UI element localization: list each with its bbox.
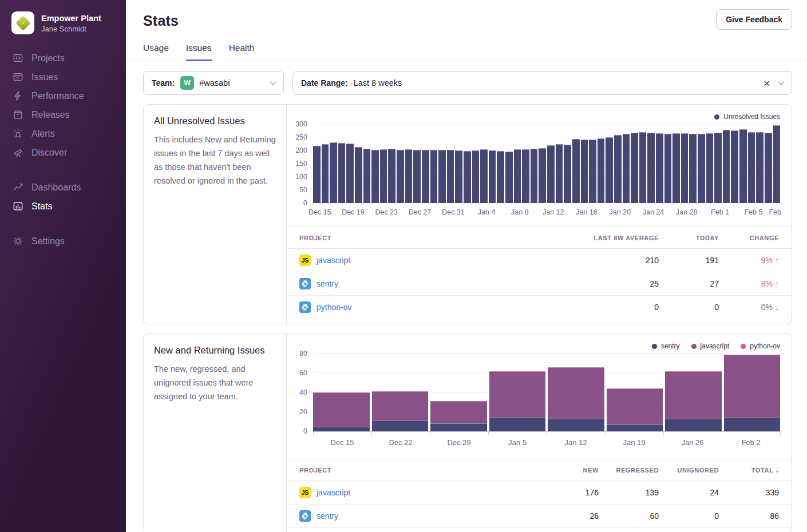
project-link[interactable]: sentry <box>317 279 338 288</box>
change-value: 0% <box>761 303 773 312</box>
legend-dot-icon <box>741 344 746 349</box>
x-tick-label: Jan 19 <box>605 438 663 451</box>
sidebar-item-releases[interactable]: Releases <box>0 106 126 124</box>
sidebar-item-issues[interactable]: Issues <box>0 68 126 86</box>
y-tick-label: 300 <box>295 120 307 128</box>
chart-bar <box>480 149 488 203</box>
dashboards-icon <box>13 182 23 193</box>
avg-value: 25 <box>561 279 659 288</box>
x-tick-label: Dec 15 <box>313 438 371 451</box>
chart-bar <box>472 150 480 203</box>
x-tick-label: Dec 15 <box>308 208 331 216</box>
column-header-unignored[interactable]: Unignored <box>659 467 719 474</box>
chart-bar <box>647 133 655 203</box>
bar-segment-sentry <box>548 419 604 431</box>
chevron-down-icon[interactable] <box>778 78 784 85</box>
chart-bar <box>639 132 647 203</box>
sidebar-item-performance[interactable]: Performance <box>0 87 126 105</box>
x-tick-label: Feb 5 <box>744 208 762 216</box>
change-value: 9% <box>761 256 773 265</box>
panel-title: All Unresolved Issues <box>154 116 276 126</box>
x-tick-label: Jan 4 <box>478 208 496 216</box>
give-feedback-button[interactable]: Give Feedback <box>716 9 792 30</box>
team-label: Team: <box>152 78 175 88</box>
nav-divider <box>0 216 126 231</box>
project-link[interactable]: javascript <box>317 256 350 265</box>
settings-icon <box>13 236 23 247</box>
y-tick-label: 20 <box>299 408 307 416</box>
x-tick-label: Feb 1 <box>711 208 729 216</box>
sidebar-item-label: Discover <box>31 148 67 158</box>
chart-bar <box>739 129 747 203</box>
x-tick-label: Jan 26 <box>663 438 722 451</box>
sidebar-item-discover[interactable]: Discover <box>0 144 126 161</box>
chart-bar <box>405 149 413 203</box>
sidebar-item-dashboards[interactable]: Dashboards <box>0 178 126 196</box>
sort-descending-icon: ↓ <box>775 466 779 474</box>
bar-segment-sentry <box>607 424 663 431</box>
stacked-bar <box>372 354 429 431</box>
chart-bar <box>438 150 446 203</box>
clear-icon[interactable]: × <box>764 78 770 89</box>
total-value: 86 <box>719 511 779 521</box>
column-header-average[interactable]: Last 8W Average <box>561 235 659 241</box>
team-select[interactable]: Team: W #wasabi <box>143 71 284 95</box>
project-link[interactable]: python-ov <box>317 303 351 312</box>
date-range-select[interactable]: Date Range: Last 8 weeks × <box>292 71 792 95</box>
x-tick-label: Dec 23 <box>375 208 398 216</box>
panel-description: The new, regressed, and unignored issues… <box>154 362 276 403</box>
chart-bar <box>598 138 605 203</box>
chart-bar <box>363 149 371 203</box>
chart-bar <box>581 140 588 203</box>
x-tick-label: Jan 12 <box>543 208 564 216</box>
column-header-change[interactable]: Change <box>719 235 779 241</box>
column-header-project: Project <box>299 467 539 474</box>
table-row: python-ov 0 0 0%↓ <box>287 296 792 319</box>
performance-icon <box>13 90 23 101</box>
chart-bar <box>765 133 772 203</box>
chart-legend: sentry javascript python-ov <box>287 338 780 354</box>
chart-bar <box>689 134 697 203</box>
column-header-new[interactable]: New <box>539 467 599 474</box>
tab-health[interactable]: Health <box>229 43 255 61</box>
tab-issues[interactable]: Issues <box>186 43 212 61</box>
project-link[interactable]: javascript <box>317 488 350 497</box>
sidebar-item-settings[interactable]: Settings <box>0 232 126 250</box>
nav-divider <box>0 162 126 177</box>
chart-bar <box>564 145 571 203</box>
stacked-bar <box>489 354 546 431</box>
project-link[interactable]: sentry <box>317 511 338 521</box>
tab-usage[interactable]: Usage <box>143 43 169 61</box>
y-tick-label: 40 <box>299 388 307 396</box>
python-platform-icon <box>299 278 311 289</box>
org-switcher[interactable]: Empower Plant Jane Schmidt <box>0 11 126 34</box>
column-header-total[interactable]: Total↓ <box>719 466 779 474</box>
x-tick-label: Jan 28 <box>676 208 698 216</box>
chart-bar <box>773 125 781 203</box>
total-value: 339 <box>719 488 779 497</box>
sidebar-item-stats[interactable]: Stats <box>0 197 126 215</box>
bar-segment-javascript <box>372 391 429 420</box>
content-area: Team: W #wasabi Date Range: Last 8 weeks… <box>126 61 807 532</box>
stacked-bar <box>548 354 604 431</box>
chart-bar <box>539 148 546 203</box>
legend-dot-icon <box>714 114 719 120</box>
tab-bar: Usage Issues Health <box>143 43 792 61</box>
sidebar-item-projects[interactable]: Projects <box>0 49 126 67</box>
sidebar-item-label: Projects <box>31 53 65 63</box>
chart-bar <box>514 149 521 203</box>
sidebar-item-alerts[interactable]: Alerts <box>0 125 126 142</box>
org-name: Empower Plant <box>41 13 101 23</box>
chart-bar <box>505 152 513 203</box>
panel-description-column: New and Returning Issues The new, regres… <box>144 334 287 532</box>
chart-bar <box>371 150 379 203</box>
chart-bar <box>631 133 638 203</box>
legend-label: Unresolved Issues <box>723 113 780 121</box>
stacked-bar <box>607 354 663 431</box>
python-platform-icon <box>299 510 311 522</box>
column-header-regressed[interactable]: Regressed <box>599 467 659 474</box>
column-header-today[interactable]: Today <box>659 235 719 241</box>
discover-icon <box>13 147 23 158</box>
chart-bar <box>731 130 738 203</box>
y-axis-labels: 020406080 <box>287 354 313 431</box>
